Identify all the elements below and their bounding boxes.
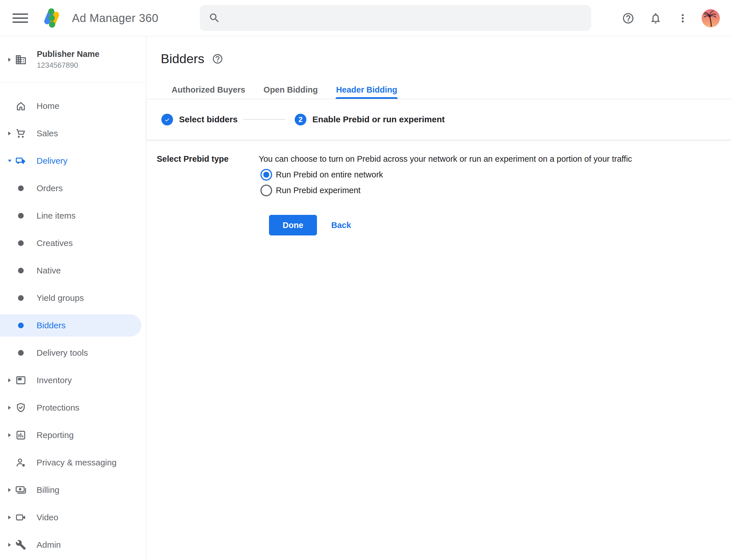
avatar[interactable]: [702, 9, 720, 27]
sidebar-item-native[interactable]: Native: [0, 257, 146, 284]
chevron-down-icon: [7, 159, 12, 163]
sidebar-item-video[interactable]: Video: [0, 504, 146, 531]
sidebar-item-reporting[interactable]: Reporting: [0, 421, 146, 449]
shield-check-icon: [15, 402, 27, 414]
title-row: Bidders: [161, 51, 731, 66]
sidebar-item-bidders[interactable]: Bidders: [0, 312, 146, 339]
sidebar-item-admin[interactable]: Admin: [0, 531, 146, 559]
sidebar-menu: Home Sales Delivery Orders Line item: [0, 83, 146, 559]
prebid-type-form: Select Prebid type You can choose to tur…: [147, 140, 731, 235]
page-title: Bidders: [161, 51, 205, 66]
truck-icon: [15, 155, 27, 167]
form-label: Select Prebid type: [157, 153, 259, 235]
chevron-right-icon: [7, 131, 12, 136]
publisher-switcher[interactable]: Publisher Name 1234567890: [0, 37, 146, 83]
bullet-icon: [18, 240, 24, 246]
bullet-icon: [18, 185, 24, 191]
publisher-name: Publisher Name: [37, 49, 99, 59]
payments-icon: [15, 484, 27, 496]
tab-header-bidding[interactable]: Header Bidding: [327, 81, 406, 99]
person-badge-icon: [15, 457, 27, 469]
tab-authorized-buyers[interactable]: Authorized Buyers: [163, 81, 255, 99]
step-number: 2: [295, 114, 307, 125]
bar-chart-icon: [15, 429, 27, 441]
video-camera-icon: [15, 511, 27, 523]
ad-manager-logo: [42, 7, 62, 29]
bell-icon[interactable]: [649, 12, 662, 25]
prebid-type-radio-group: Run Prebid on entire network Run Prebid …: [261, 167, 632, 198]
ad-manager-app: Ad Manager 360: [0, 0, 731, 560]
ad-units-icon: [15, 374, 27, 386]
chevron-right-icon: [7, 378, 12, 383]
sidebar-item-home[interactable]: Home: [0, 92, 146, 120]
sidebar-item-privacy-messaging[interactable]: Privacy & messaging: [0, 449, 146, 476]
sidebar-item-sales[interactable]: Sales: [0, 120, 146, 147]
search-bar[interactable]: [200, 5, 591, 31]
chevron-right-icon: [7, 433, 12, 437]
search-icon: [209, 12, 221, 24]
sidebar-item-delivery[interactable]: Delivery: [0, 147, 146, 175]
menu-icon[interactable]: [13, 12, 28, 24]
help-icon[interactable]: [212, 53, 223, 65]
sidebar: Publisher Name 1234567890 Home Sales Del…: [0, 37, 146, 560]
radio-run-prebid-entire-network[interactable]: Run Prebid on entire network: [261, 167, 632, 183]
sidebar-item-inventory[interactable]: Inventory: [0, 367, 146, 394]
top-app-bar: Ad Manager 360: [0, 0, 731, 36]
cart-icon: [15, 127, 27, 139]
done-button[interactable]: Done: [269, 215, 317, 235]
bullet-icon: [18, 295, 24, 301]
sidebar-item-orders[interactable]: Orders: [0, 175, 146, 202]
chevron-right-icon: [7, 543, 12, 547]
sidebar-item-billing[interactable]: Billing: [0, 476, 146, 504]
step-done-check-icon: [161, 114, 173, 125]
stepper: Select bidders 2 Enable Prebid or run ex…: [147, 99, 731, 140]
sidebar-item-yield-groups[interactable]: Yield groups: [0, 284, 146, 312]
step-connector: [243, 119, 286, 120]
sidebar-item-creatives[interactable]: Creatives: [0, 229, 146, 257]
bullet-icon: [18, 268, 24, 273]
chevron-right-icon: [7, 57, 12, 62]
sidebar-item-delivery-tools[interactable]: Delivery tools: [0, 339, 146, 367]
radio-button-icon: [261, 169, 272, 181]
main-content: Bidders Authorized Buyers Open Bidding H…: [147, 37, 731, 560]
form-actions: Done Back: [269, 215, 632, 235]
sidebar-item-protections[interactable]: Protections: [0, 394, 146, 421]
product-name: Ad Manager 360: [72, 12, 159, 25]
radio-button-icon: [261, 185, 272, 196]
topbar-actions: [622, 0, 720, 36]
bullet-icon: [18, 323, 24, 328]
search-input[interactable]: [228, 13, 582, 23]
publisher-id: 1234567890: [37, 61, 99, 70]
step-select-bidders[interactable]: Select bidders: [161, 114, 238, 125]
chevron-right-icon: [7, 405, 12, 410]
chevron-right-icon: [7, 488, 12, 492]
bullet-icon: [18, 350, 24, 356]
radio-run-prebid-experiment[interactable]: Run Prebid experiment: [261, 183, 632, 198]
bullet-icon: [18, 213, 24, 219]
sidebar-item-line-items[interactable]: Line items: [0, 202, 146, 229]
step-enable-prebid[interactable]: 2 Enable Prebid or run experiment: [295, 114, 444, 125]
help-icon[interactable]: [622, 12, 634, 25]
building-icon: [15, 54, 27, 66]
tabs: Authorized Buyers Open Bidding Header Bi…: [147, 81, 731, 99]
wrench-icon: [15, 539, 26, 550]
home-icon: [15, 100, 27, 112]
back-button[interactable]: Back: [331, 221, 351, 230]
tab-open-bidding[interactable]: Open Bidding: [255, 81, 327, 99]
chevron-right-icon: [7, 515, 12, 520]
kebab-menu-icon[interactable]: [676, 12, 689, 25]
form-description: You can choose to turn on Prebid across …: [259, 153, 632, 165]
